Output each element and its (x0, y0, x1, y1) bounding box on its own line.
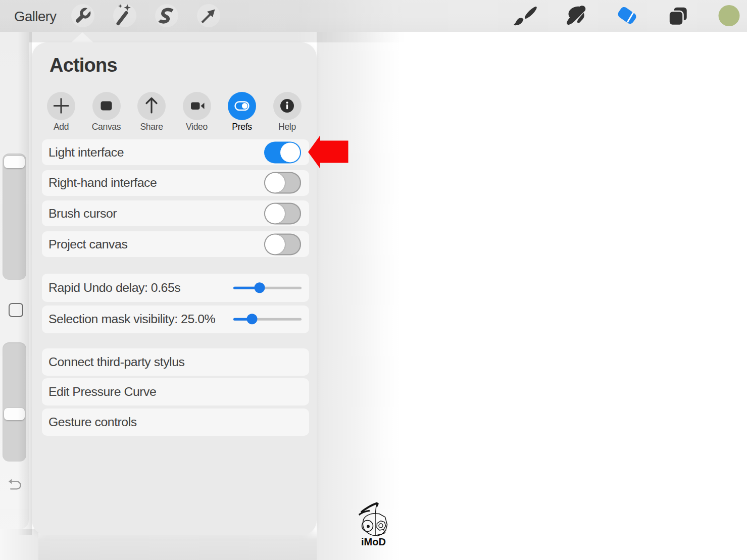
svg-text:iMoD: iMoD (361, 536, 386, 547)
